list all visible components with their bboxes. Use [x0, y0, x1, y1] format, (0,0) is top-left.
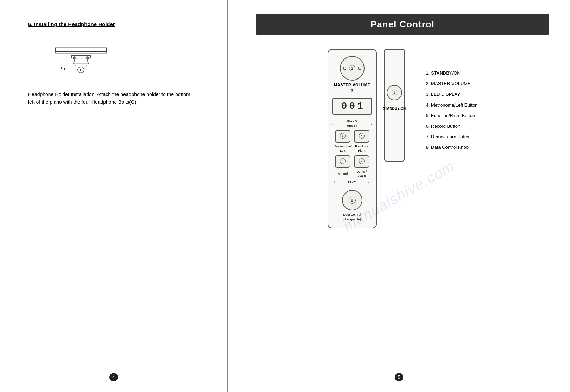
btn-num-7: 7 — [359, 158, 365, 164]
bracket-r: ⌐ — [368, 180, 370, 184]
knob-indicator-left — [343, 67, 346, 70]
svg-line-11 — [84, 64, 87, 70]
headphone-diagram: G I I — [49, 38, 113, 80]
play-label: PLAY — [348, 180, 356, 184]
metronome-left-button[interactable]: 4 — [335, 130, 350, 143]
knob-inner: 2 — [343, 65, 361, 71]
metronome-label: Metronome/Left — [335, 145, 350, 153]
legend-item-2: 2. MASTER VOLUME — [426, 81, 478, 87]
button-row-1: 4 5 — [335, 130, 369, 143]
button-row-2: 6 7 — [335, 155, 369, 168]
demo-learn-button[interactable]: 7 — [354, 155, 369, 168]
play-bracket: L PLAY ⌐ — [332, 180, 372, 184]
led-digit-3: 1 — [357, 101, 363, 111]
record-button[interactable]: 6 — [335, 155, 350, 168]
piano-reset-section: ⌐ PIANORESET ¬ 4 5 Metronome/ — [332, 120, 372, 184]
legend-item-6: 6. Record Button — [426, 123, 478, 129]
panel-diagram: 2 MASTER VOLUME 3 0 0 1 — [328, 49, 405, 228]
standby-number: 1 — [392, 90, 397, 95]
section-title: 6. Installing the Headphone Holder — [28, 21, 206, 27]
side-panel: 1 STANDBY/ON — [384, 49, 405, 162]
svg-line-10 — [75, 64, 78, 70]
panel-content: 2 MASTER VOLUME 3 0 0 1 — [256, 49, 549, 228]
reset-brackets: ⌐ PIANORESET ¬ — [332, 120, 372, 128]
knob-indicator-right — [358, 67, 361, 70]
data-knob-number: 8 — [349, 197, 356, 204]
svg-text:I: I — [64, 67, 65, 71]
standby-label: STANDBY/ON — [383, 107, 406, 110]
page-number-right: 5 — [395, 373, 403, 381]
btn-num-6: 6 — [340, 158, 346, 164]
data-control-knob[interactable]: 8 — [342, 190, 362, 210]
bracket-l: L — [334, 180, 336, 184]
master-volume-area: 2 MASTER VOLUME 3 — [334, 56, 370, 93]
btn-labels-row-2: Record Demo /Learn — [335, 170, 369, 178]
svg-text:G: G — [80, 68, 83, 72]
piano-reset-label: PIANORESET — [347, 120, 357, 128]
legend-item-7: 7. Demo/Learn Button — [426, 134, 478, 140]
demo-learn-label: Demo /Learn — [354, 170, 369, 178]
btn-labels-row-1: Metronome/Left Function/Right — [335, 145, 369, 153]
page-number-left: 4 — [109, 373, 118, 381]
svg-text:I: I — [61, 67, 62, 70]
btn-num-4: 4 — [340, 133, 346, 139]
knob-number: 2 — [349, 65, 355, 71]
function-label: Function/Right — [354, 145, 369, 153]
legend-item-3: 3. LED DISPLAY — [426, 91, 478, 97]
record-label: Record — [335, 172, 350, 176]
bracket-left: ⌐ — [332, 121, 336, 127]
panel-title: Panel Control — [256, 14, 549, 35]
instruction-text: Headphone Holder Installation: Attach th… — [28, 90, 197, 106]
bracket-right: ¬ — [368, 121, 372, 127]
right-page: manualshive.com Panel Control 2 — [228, 0, 570, 392]
svg-rect-0 — [56, 48, 106, 52]
master-volume-knob[interactable]: 2 — [340, 56, 365, 81]
btn-num-5: 5 — [359, 133, 365, 139]
knob-label: MASTER VOLUME — [334, 83, 370, 87]
legend-item-8: 8. Data Control Knob — [426, 144, 478, 151]
svg-rect-5 — [73, 62, 89, 64]
standby-knob[interactable]: 1 — [387, 85, 402, 100]
knob-sublabel: 3 — [351, 89, 353, 93]
legend-item-5: 5. Function/Right Button — [426, 113, 478, 119]
function-right-button[interactable]: 5 — [354, 130, 369, 143]
led-digit-1: 0 — [341, 101, 347, 111]
data-knob-label: Data Control[Assignable] — [343, 213, 361, 221]
legend-item-4: 4. Metronome/Left Button — [426, 102, 478, 108]
data-control-area: 8 Data Control[Assignable] — [342, 190, 362, 221]
legend: 1. STANDBY/ON 2. MASTER VOLUME 3. LED DI… — [426, 70, 478, 151]
led-display: 0 0 1 — [332, 98, 372, 115]
led-digit-2: 0 — [349, 101, 355, 111]
left-page: 6. Installing the Headphone Holder G I I… — [0, 0, 228, 392]
main-control-panel: 2 MASTER VOLUME 3 0 0 1 — [328, 49, 377, 228]
legend-item-1: 1. STANDBY/ON — [426, 70, 478, 76]
